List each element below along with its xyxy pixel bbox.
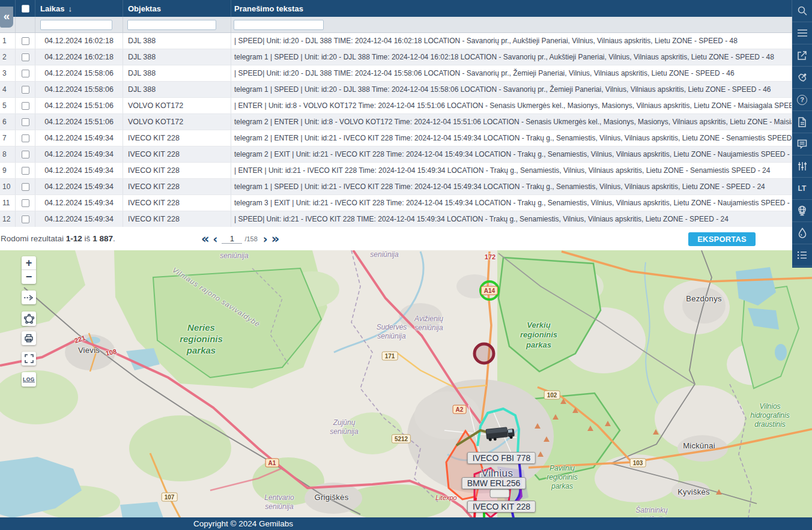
row-message: telegram 2 | ENTER | Unit: id:21 - IVECO… [231, 130, 792, 146]
row-time: 04.12.2024 16:02:18 [35, 33, 123, 49]
sidebar-list[interactable] [792, 244, 812, 267]
collapse-panel-button[interactable]: « [0, 7, 13, 28]
fullscreen-button[interactable] [22, 352, 36, 366]
vehicle-tooltip[interactable]: IVECO FBI 778 [467, 452, 536, 464]
select-all-checkbox[interactable] [22, 5, 29, 13]
sort-desc-icon[interactable]: ↓ [68, 4, 72, 13]
row-checkbox[interactable] [22, 134, 29, 142]
zoom-out-button[interactable]: − [22, 270, 36, 284]
messages-table: № Laikas↓ Objektas Pranešimo tekstas 104… [0, 0, 792, 227]
row-checkbox[interactable] [22, 70, 29, 77]
table-row[interactable]: 504.12.2024 15:51:06VOLVO KOT172| ENTER … [0, 98, 792, 114]
filter-laikas-input[interactable] [40, 20, 112, 30]
app-root: + − LOG VievisGrigiškėsBe [0, 0, 812, 530]
row-time: 04.12.2024 15:58:06 [35, 82, 123, 97]
sidebar-filters[interactable] [792, 155, 812, 178]
satellite-icon [797, 73, 807, 83]
table-row[interactable]: 404.12.2024 15:58:06DJL 388telegram 1 | … [0, 82, 792, 98]
document-icon [798, 117, 807, 127]
sidebar-language[interactable]: LT [792, 178, 812, 200]
track-arrow-button[interactable] [22, 291, 36, 304]
row-checkbox[interactable] [22, 151, 29, 158]
row-checkbox[interactable] [22, 199, 29, 207]
column-header-pranesimo-tekstas[interactable]: Pranešimo tekstas [231, 0, 792, 17]
sidebar-help[interactable]: ? [792, 89, 812, 111]
row-checkbox[interactable] [22, 53, 29, 61]
filter-message-input[interactable] [234, 20, 324, 30]
row-time: 04.12.2024 15:49:34 [35, 211, 123, 227]
row-object: IVECO KIT 228 [123, 130, 231, 146]
table-row[interactable]: 704.12.2024 15:49:34IVECO KIT 228telegra… [0, 130, 792, 146]
sidebar-open-panel[interactable] [792, 44, 812, 67]
row-message: telegram 1 | SPEED | Unit: id:20 - DJL 3… [231, 82, 792, 97]
sidebar-menu[interactable] [792, 22, 812, 44]
fullscreen-icon [25, 354, 34, 363]
row-checkbox[interactable] [22, 86, 29, 94]
row-object: DJL 388 [123, 82, 231, 97]
polygon-tool-button[interactable] [22, 312, 36, 326]
right-sidebar: ? LT [792, 0, 812, 268]
column-header-laikas[interactable]: Laikas↓ [35, 0, 123, 17]
log-button[interactable]: LOG [22, 372, 36, 387]
vehicle-tooltip[interactable]: BMW ERL256 [462, 477, 526, 489]
sidebar-search[interactable] [792, 0, 812, 22]
row-message: telegram 1 | SPEED | Unit: id:20 - DJL 3… [231, 49, 792, 65]
table-row[interactable]: 1104.12.2024 15:49:34IVECO KIT 228telegr… [0, 195, 792, 211]
row-checkbox-cell [16, 65, 35, 81]
zoom-in-button[interactable]: + [22, 256, 36, 270]
row-checkbox[interactable] [22, 102, 29, 110]
column-header-checkbox[interactable] [16, 0, 35, 17]
map-canvas[interactable]: + − LOG VievisGrigiškėsBe [0, 250, 812, 530]
row-object: DJL 388 [123, 65, 231, 81]
table-row[interactable]: 804.12.2024 15:49:34IVECO KIT 228telegra… [0, 146, 792, 163]
row-number: 6 [0, 114, 16, 130]
row-checkbox[interactable] [22, 118, 29, 126]
row-checkbox-cell [16, 49, 35, 65]
row-time: 04.12.2024 16:02:18 [35, 49, 123, 65]
row-number: 10 [0, 179, 16, 194]
copyright-text: Copyright © 2024 Gemilabs [193, 519, 293, 528]
row-checkbox[interactable] [22, 37, 29, 45]
language-label: LT [798, 184, 807, 193]
page-number-input[interactable] [222, 234, 242, 244]
vehicle-tooltip[interactable]: IVECO KIT 228 [467, 501, 536, 513]
row-checkbox[interactable] [22, 167, 29, 175]
table-row[interactable]: 304.12.2024 15:58:06DJL 388| SPEED| Unit… [0, 65, 792, 82]
row-message: | SPEED| Unit: id:21 - IVECO KIT 228 TIM… [231, 211, 792, 227]
table-row[interactable]: 104.12.2024 16:02:18DJL 388| SPEED| Unit… [0, 33, 792, 49]
sidebar-comments[interactable] [792, 133, 812, 155]
menu-icon [797, 29, 808, 37]
row-checkbox[interactable] [22, 215, 29, 223]
pager: « ‹ /158 › » [199, 233, 281, 245]
pagination-bar: Rodomi rezultatai 1-12 iš 1 887. « ‹ /15… [0, 227, 792, 250]
table-row[interactable]: 1004.12.2024 15:49:34IVECO KIT 228telegr… [0, 179, 792, 195]
polygon-icon [24, 314, 34, 324]
last-page-button[interactable]: » [270, 233, 282, 245]
row-object: IVECO KIT 228 [123, 146, 231, 162]
row-number: 8 [0, 146, 16, 162]
print-map-button[interactable] [22, 331, 36, 345]
table-row[interactable]: 604.12.2024 15:51:06VOLVO KOT172telegram… [0, 114, 792, 130]
row-object: VOLVO KOT172 [123, 98, 231, 113]
row-object: VOLVO KOT172 [123, 114, 231, 130]
sidebar-fuel[interactable] [792, 222, 812, 244]
table-row[interactable]: 204.12.2024 16:02:18DJL 388telegram 1 | … [0, 49, 792, 65]
export-button[interactable]: EKSPORTAS [688, 232, 756, 246]
table-row[interactable]: 1204.12.2024 15:49:34IVECO KIT 228| SPEE… [0, 211, 792, 227]
filter-objektas-input[interactable] [127, 20, 216, 30]
road-shield-103: 103 [630, 459, 646, 468]
sidebar-satellite[interactable] [792, 67, 812, 89]
sidebar-globe[interactable] [792, 200, 812, 222]
next-page-button[interactable]: › [261, 233, 270, 245]
sidebar-document[interactable] [792, 111, 812, 133]
row-checkbox[interactable] [22, 183, 29, 191]
row-checkbox-cell [16, 195, 35, 211]
column-header-objektas[interactable]: Objektas [123, 0, 231, 17]
row-number: 12 [0, 211, 16, 227]
prev-page-button[interactable]: ‹ [211, 233, 220, 245]
first-page-button[interactable]: « [199, 233, 211, 245]
results-range: 1-12 [66, 234, 82, 243]
table-row[interactable]: 904.12.2024 15:49:34IVECO KIT 228| ENTER… [0, 163, 792, 179]
row-time: 04.12.2024 15:49:34 [35, 146, 123, 162]
row-checkbox-cell [16, 163, 35, 178]
